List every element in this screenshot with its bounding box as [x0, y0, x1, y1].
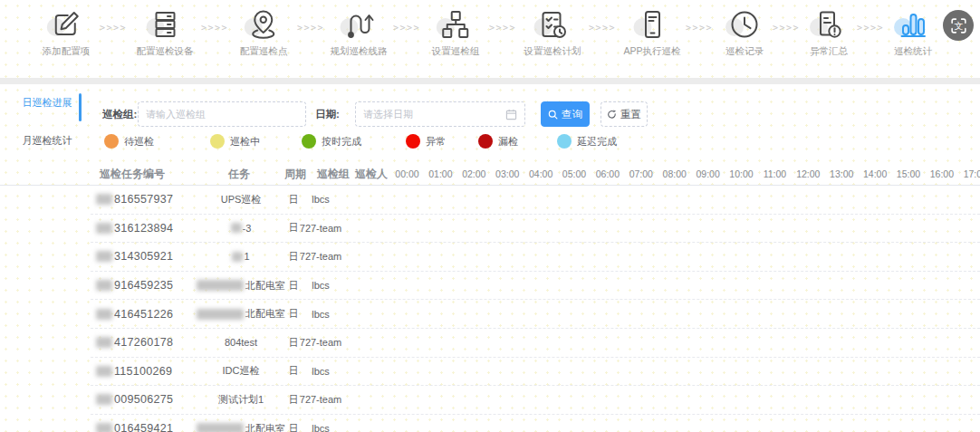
- table-row[interactable]: 417260178804test日727-team: [91, 329, 980, 358]
- table-row[interactable]: 316123894-3日727-team: [91, 215, 980, 244]
- redacted-text: [96, 309, 112, 320]
- table-header: 巡检任务编号任务周期巡检组巡检人00:0001:0002:0003:0004:0…: [0, 164, 980, 186]
- cell-task: IDC巡检: [190, 358, 292, 386]
- legend-dot: [104, 134, 119, 149]
- hour-column-header: 17:00: [958, 164, 980, 185]
- table-row[interactable]: 009506275测试计划1日727-team: [91, 386, 980, 415]
- table-row[interactable]: 3143059211日727-team: [91, 243, 980, 272]
- cell-person: [351, 329, 391, 357]
- legend-item: 待巡检: [104, 134, 154, 149]
- search-icon: [548, 110, 558, 120]
- redacted-text: [197, 309, 244, 320]
- legend-label: 异常: [426, 135, 446, 149]
- group-filter-input[interactable]: [138, 101, 306, 127]
- hour-column-header: 06:00: [591, 164, 624, 185]
- bar-chart-icon: [897, 8, 929, 41]
- calendar-icon[interactable]: [505, 108, 517, 124]
- legend-label: 漏检: [498, 135, 518, 149]
- org-chart-icon: [439, 8, 472, 41]
- hour-column-header: 11:00: [758, 164, 792, 185]
- legend-item: 漏检: [478, 134, 518, 149]
- workflow-step-4[interactable]: 规划巡检线路: [331, 8, 388, 58]
- cell-task: 北配电室: [190, 415, 292, 432]
- cell-task-id: 416451226: [96, 300, 173, 328]
- route-icon: [342, 8, 375, 41]
- hour-column-header: 09:00: [691, 164, 725, 185]
- step-label: 配置巡检点: [240, 45, 288, 58]
- cell-person: [351, 358, 391, 386]
- redacted-text: [96, 366, 112, 377]
- legend-label: 待巡检: [124, 135, 154, 149]
- sidebar-item-monthly-stats[interactable]: 月巡检统计: [9, 132, 85, 149]
- cell-person: [351, 272, 391, 300]
- workflow-step-7[interactable]: APP执行巡检: [623, 8, 680, 58]
- search-button[interactable]: 查询: [541, 101, 590, 127]
- legend-label: 按时完成: [322, 135, 361, 149]
- cell-task-id: 916459235: [96, 272, 173, 300]
- cell-task: 北配电室: [190, 272, 292, 300]
- step-label: 巡检记录: [725, 45, 764, 58]
- redacted-text: [96, 337, 112, 348]
- cell-group: lbcs: [303, 415, 339, 432]
- table-row[interactable]: 115100269IDC巡检日lbcs: [91, 358, 980, 387]
- sidebar-item-daily-progress[interactable]: 日巡检进展: [9, 94, 85, 110]
- step-label: 巡检统计: [894, 45, 932, 58]
- step-arrow: >>>>: [773, 23, 800, 33]
- cell-task-id: 016459421: [96, 415, 173, 432]
- hour-column-header: 10:00: [725, 164, 758, 185]
- workflow-step-8[interactable]: 巡检记录: [725, 8, 764, 58]
- cell-person: [351, 386, 391, 414]
- legend-dot: [478, 134, 493, 149]
- redacted-text: [96, 251, 112, 262]
- column-header: 任务: [207, 164, 272, 185]
- cell-task-id: 316123894: [96, 215, 173, 243]
- cell-group: 727-team: [303, 329, 339, 357]
- table-row[interactable]: 016459421北配电室日lbcs: [91, 415, 980, 432]
- step-arrow: >>>>: [297, 23, 324, 33]
- redacted-text: [197, 423, 244, 432]
- step-label: 添加配置项: [43, 45, 91, 58]
- workflow-step-3[interactable]: 配置巡检点: [240, 8, 288, 58]
- alert-doc-icon: [812, 8, 845, 41]
- table-row[interactable]: 816557937UPS巡检日lbcs: [91, 186, 980, 215]
- redacted-text: [231, 223, 242, 233]
- cell-person: [351, 186, 391, 214]
- cell-person: [351, 300, 391, 328]
- workflow-step-9[interactable]: 异常汇总: [810, 8, 848, 58]
- cell-group: lbcs: [303, 358, 339, 386]
- workflow-step-5[interactable]: 设置巡检组: [432, 8, 480, 58]
- cell-cycle: 日: [284, 272, 303, 300]
- cell-group: lbcs: [303, 272, 339, 300]
- cell-task-id: 417260178: [96, 329, 173, 357]
- redacted-text: [197, 280, 244, 291]
- workflow-step-2[interactable]: 配置巡检设备: [137, 8, 194, 58]
- step-label: APP执行巡检: [623, 45, 680, 58]
- table-row[interactable]: 416451226北配电室日lbcs: [91, 300, 980, 329]
- workflow-step-10[interactable]: 巡检统计: [894, 8, 932, 58]
- cell-cycle: 日: [284, 186, 303, 214]
- legend-label: 巡检中: [230, 135, 260, 149]
- cell-group: lbcs: [303, 300, 339, 328]
- fullscreen-translate-button[interactable]: 文: [943, 10, 974, 41]
- hour-column-header: 04:00: [524, 164, 558, 185]
- date-filter-input[interactable]: [355, 101, 525, 127]
- table-row[interactable]: 916459235北配电室日lbcs: [91, 272, 980, 301]
- step-arrow: >>>>: [589, 23, 616, 33]
- hour-column-header: 13:00: [825, 164, 859, 185]
- legend-dot: [406, 134, 420, 149]
- legend-dot: [210, 134, 225, 149]
- hour-column-header: 05:00: [558, 164, 591, 185]
- refresh-icon: [607, 110, 617, 120]
- plan-icon: [536, 8, 569, 41]
- hour-column-header: 00:00: [390, 164, 424, 185]
- workflow-step-1[interactable]: 添加配置项: [43, 8, 91, 58]
- legend-item: 延迟完成: [557, 134, 617, 149]
- step-arrow: >>>>: [100, 23, 127, 33]
- workflow-step-6[interactable]: 设置巡检计划: [524, 8, 581, 58]
- legend-dot: [557, 134, 572, 149]
- step-label: 异常汇总: [810, 45, 848, 58]
- cell-cycle: 日: [284, 358, 303, 386]
- reset-button[interactable]: 重置: [600, 101, 648, 127]
- phone-icon: [636, 8, 668, 41]
- cell-group: 727-team: [303, 215, 339, 243]
